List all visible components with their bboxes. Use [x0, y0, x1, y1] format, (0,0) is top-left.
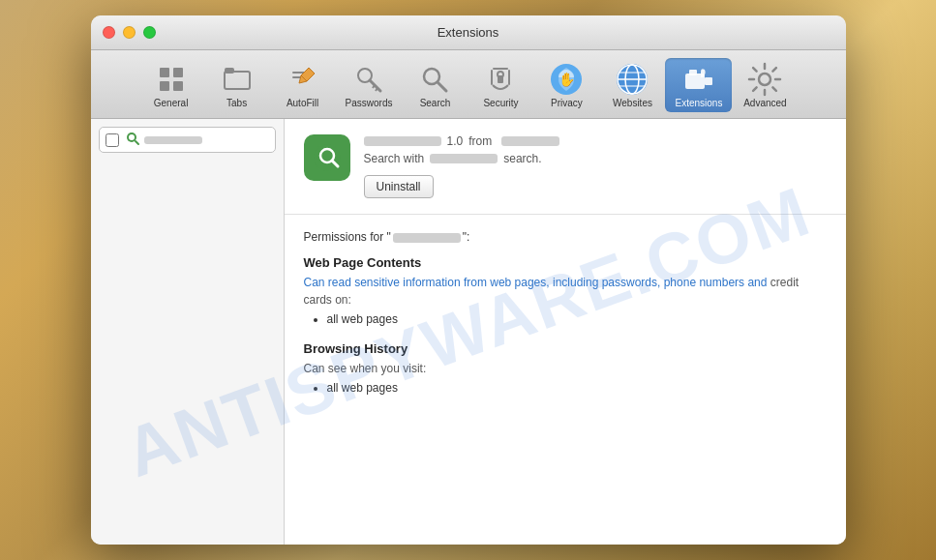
titlebar-buttons	[103, 26, 156, 39]
sidebar-search-bar[interactable]	[99, 127, 276, 153]
toolbar-item-search[interactable]: Search	[402, 58, 468, 112]
uninstall-button[interactable]: Uninstall	[364, 175, 434, 198]
search-suffix-text: search.	[503, 152, 541, 165]
svg-rect-15	[491, 70, 493, 85]
extension-search-name-bar	[430, 154, 498, 163]
svg-point-30	[759, 74, 770, 85]
perm-web-contents-title: Web Page Contents	[304, 255, 827, 270]
svg-rect-3	[173, 81, 183, 91]
extension-from: from	[468, 134, 492, 148]
svg-rect-16	[508, 70, 510, 85]
perm-group-browsing: Browsing History Can see when you visit:…	[304, 341, 827, 395]
svg-rect-29	[689, 70, 697, 75]
perm-web-item: all web pages	[327, 312, 827, 326]
maximize-button[interactable]	[143, 26, 156, 39]
websites-icon	[615, 62, 649, 97]
search-icon	[417, 62, 452, 97]
extensions-icon	[681, 62, 716, 97]
permissions-title: Permissions for "":	[304, 230, 827, 244]
perm-browsing-title: Browsing History	[304, 341, 827, 356]
svg-point-41	[129, 134, 135, 140]
tabs-label: Tabs	[226, 98, 247, 108]
toolbar: General Tabs AutoFill	[91, 50, 846, 119]
search-label: Search	[420, 98, 451, 108]
perm-browsing-list: all web pages	[304, 381, 827, 395]
autofill-label: AutoFill	[287, 98, 318, 108]
svg-rect-28	[705, 77, 712, 85]
toolbar-item-extensions[interactable]: Extensions	[665, 58, 732, 112]
perm-group-web-contents: Web Page Contents Can read sensitive inf…	[304, 255, 827, 326]
sidebar-search-icon	[125, 131, 140, 149]
extension-name-row: 1.0 from	[364, 134, 827, 148]
sidebar	[91, 119, 285, 545]
passwords-icon	[351, 62, 386, 97]
toolbar-item-security[interactable]: Security	[468, 58, 533, 112]
extension-search-row: Search with search.	[364, 152, 827, 165]
close-button[interactable]	[103, 26, 115, 39]
privacy-icon: ✋	[549, 62, 584, 97]
window-title: Extensions	[438, 25, 499, 40]
extension-from-bar	[501, 136, 559, 146]
toolbar-item-privacy[interactable]: ✋ Privacy	[533, 58, 599, 112]
svg-line-39	[754, 87, 758, 91]
toolbar-item-tabs[interactable]: Tabs	[204, 58, 270, 112]
extension-name-bar	[364, 136, 441, 146]
toolbar-item-advanced[interactable]: Advanced	[732, 58, 798, 112]
advanced-icon	[747, 62, 782, 97]
perm-web-contents-desc: Can read sensitive information from web …	[304, 274, 827, 309]
svg-line-10	[373, 85, 375, 88]
extension-checkbox[interactable]	[106, 133, 119, 147]
sidebar-name-bar	[144, 136, 202, 144]
toolbar-item-websites[interactable]: Websites	[599, 58, 665, 112]
svg-rect-4	[225, 72, 250, 89]
svg-rect-2	[160, 81, 169, 91]
svg-rect-0	[160, 68, 169, 77]
autofill-icon	[286, 62, 320, 97]
permissions-section: Permissions for "": Web Page Contents Ca…	[285, 215, 846, 426]
svg-line-11	[376, 88, 377, 91]
security-icon	[483, 62, 518, 97]
titlebar: Extensions	[91, 15, 846, 50]
extensions-label: Extensions	[675, 98, 722, 108]
extension-version: 1.0	[447, 134, 464, 148]
advanced-label: Advanced	[743, 98, 786, 108]
toolbar-item-passwords[interactable]: Passwords	[336, 58, 403, 112]
svg-text:✋: ✋	[559, 72, 576, 88]
permissions-name-bar	[393, 233, 461, 243]
svg-line-42	[136, 141, 138, 144]
extension-header: 1.0 from Search with search. Uninstall	[285, 119, 846, 215]
perm-web-list: all web pages	[304, 312, 827, 326]
svg-point-18	[498, 72, 503, 77]
svg-rect-14	[493, 68, 508, 70]
general-icon	[154, 62, 189, 97]
security-label: Security	[483, 98, 518, 108]
tabs-icon	[220, 62, 255, 97]
svg-rect-5	[225, 68, 234, 74]
main-window: Extensions General Tabs	[91, 15, 846, 545]
svg-line-13	[438, 82, 446, 91]
detail-panel: 1.0 from Search with search. Uninstall	[285, 119, 846, 545]
general-label: General	[154, 98, 189, 108]
window-body: 1.0 from Search with search. Uninstall	[91, 119, 846, 545]
perm-web-highlight: Can read sensitive information from web …	[304, 276, 768, 289]
svg-line-36	[754, 68, 758, 72]
svg-line-37	[773, 87, 777, 91]
permissions-prefix: Permissions for "	[304, 230, 391, 244]
perm-browsing-desc: Can see when you visit:	[304, 360, 827, 377]
search-with-text: Search with	[364, 152, 425, 165]
perm-browsing-item: all web pages	[327, 381, 827, 395]
toolbar-item-general[interactable]: General	[138, 58, 204, 112]
minimize-button[interactable]	[123, 26, 136, 39]
websites-label: Websites	[613, 98, 652, 108]
extension-info: 1.0 from Search with search. Uninstall	[364, 134, 827, 198]
svg-line-38	[773, 68, 777, 72]
toolbar-item-autofill[interactable]: AutoFill	[270, 58, 336, 112]
privacy-label: Privacy	[551, 98, 583, 108]
main-content: 1.0 from Search with search. Uninstall	[91, 119, 846, 545]
permissions-suffix: ":	[463, 230, 470, 244]
passwords-label: Passwords	[346, 98, 393, 108]
svg-rect-1	[173, 68, 183, 77]
extension-icon	[304, 134, 350, 181]
